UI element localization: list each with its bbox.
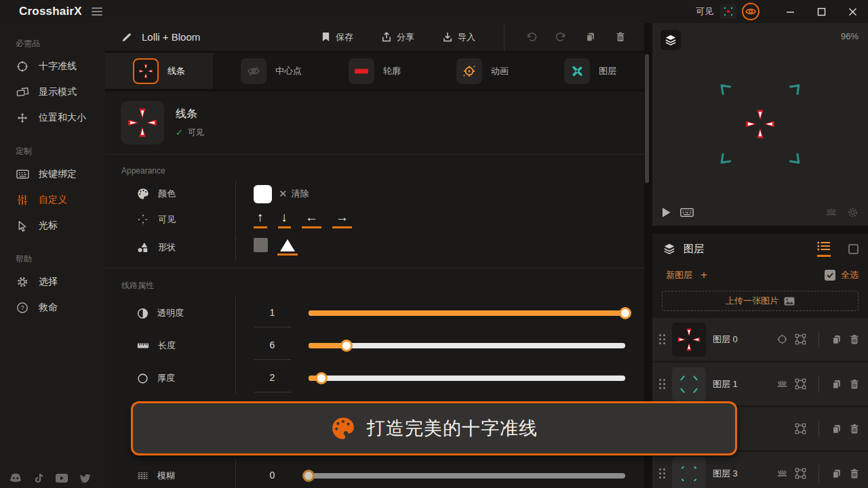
blur-slider[interactable]: [309, 473, 625, 479]
sidebar-section-help: 帮助: [0, 239, 105, 269]
import-button[interactable]: 导入: [443, 31, 475, 43]
drag-handle-icon[interactable]: [659, 468, 665, 479]
play-icon[interactable]: [662, 207, 671, 218]
scrollbar-thumb[interactable]: [645, 54, 649, 183]
preview-bloom-icon[interactable]: [825, 206, 837, 218]
delete-layer-icon[interactable]: [849, 424, 860, 434]
thickness-slider-thumb[interactable]: [315, 372, 328, 384]
sidebar-item-crosshair[interactable]: 十字准线: [0, 54, 105, 79]
twitter-icon[interactable]: [79, 472, 91, 484]
arrow-left-toggle[interactable]: ←: [302, 211, 321, 228]
tab-center-dot[interactable]: 中心点: [213, 53, 321, 89]
transform-icon[interactable]: [795, 423, 806, 434]
tab-lines[interactable]: 线条: [105, 53, 213, 89]
thickness-slider[interactable]: [309, 375, 625, 381]
save-button[interactable]: 保存: [321, 31, 353, 43]
row-divider: [818, 331, 819, 348]
select-all-label[interactable]: 全选: [841, 269, 859, 281]
sliders-icon: [16, 194, 29, 206]
mini-crosshair-icon[interactable]: [720, 4, 736, 19]
layer-row-1[interactable]: 图层 1: [652, 363, 868, 405]
share-button[interactable]: 分享: [382, 31, 414, 43]
duplicate-layer-icon[interactable]: [831, 424, 842, 434]
transform-icon[interactable]: [795, 333, 806, 345]
sidebar-item-display-mode[interactable]: 显示模式: [0, 79, 105, 105]
transform-icon[interactable]: [795, 378, 806, 390]
shape-square-option[interactable]: [254, 238, 268, 252]
new-layer-button[interactable]: 新图层: [666, 269, 692, 281]
visible-status[interactable]: ✓ 可见: [176, 127, 204, 138]
sidebar-item-help[interactable]: ? 救命: [0, 295, 105, 321]
layer-row-0[interactable]: 图层 0: [652, 318, 868, 361]
row-divider: [818, 375, 819, 393]
delete-layer-icon[interactable]: [849, 379, 860, 390]
sidebar-item-keybinds[interactable]: 按键绑定: [0, 161, 105, 187]
brand-text: Crosshair: [19, 5, 74, 18]
minimize-button[interactable]: [774, 0, 806, 23]
tab-animation[interactable]: 动画: [429, 53, 536, 89]
length-value[interactable]: 6: [254, 340, 291, 360]
length-slider-thumb[interactable]: [340, 340, 353, 352]
blur-slider-thumb[interactable]: [302, 470, 315, 482]
keyboard-test-icon[interactable]: [680, 208, 694, 217]
layer-0-thumbnail[interactable]: [672, 323, 706, 357]
transform-icon[interactable]: [795, 468, 806, 479]
thickness-value[interactable]: 2: [254, 372, 291, 392]
opacity-slider[interactable]: [309, 310, 625, 316]
grid-view-toggle[interactable]: [848, 244, 859, 254]
opacity-value[interactable]: 1: [254, 307, 291, 327]
blur-value[interactable]: 0: [254, 470, 291, 488]
opacity-slider-thumb[interactable]: [619, 307, 631, 319]
delete-layer-icon[interactable]: [849, 334, 860, 345]
duplicate-layer-icon[interactable]: [831, 379, 842, 390]
layer-3-thumbnail[interactable]: [672, 457, 706, 488]
length-slider[interactable]: [309, 343, 625, 348]
shape-triangle-option[interactable]: [277, 239, 298, 256]
drag-handle-icon[interactable]: [659, 379, 665, 389]
tiktok-icon[interactable]: [33, 472, 45, 484]
visible-arrows-row: 可见 ↑ ↓ ← →: [105, 207, 644, 232]
upload-image-button[interactable]: 上传一张图片: [662, 291, 859, 311]
bloom-settings-icon[interactable]: [776, 378, 788, 390]
select-all-checkbox[interactable]: [825, 270, 835, 281]
section-title: 线条: [176, 107, 204, 121]
add-layer-icon[interactable]: +: [701, 268, 707, 282]
profile-name-edit[interactable]: Lolli + Bloom: [105, 31, 321, 43]
list-view-toggle[interactable]: [817, 241, 831, 257]
arrow-down-toggle[interactable]: ↓: [278, 211, 292, 228]
bloom-settings-icon[interactable]: [776, 468, 788, 479]
layers-title: 图层: [684, 243, 704, 256]
delete-icon[interactable]: [609, 31, 632, 43]
sidebar-item-customize[interactable]: 自定义: [0, 187, 105, 213]
visibility-eye-icon[interactable]: [742, 3, 760, 20]
thickness-slider-row: 厚度 2: [105, 362, 644, 394]
discord-icon[interactable]: [9, 472, 22, 484]
arrow-up-toggle[interactable]: ↑: [254, 211, 267, 228]
layer-1-thumbnail[interactable]: [672, 367, 706, 401]
upload-label: 上传一张图片: [726, 295, 778, 307]
sidebar-item-cursor[interactable]: 光标: [0, 213, 105, 239]
sidebar-item-options[interactable]: 选择: [0, 269, 105, 295]
clear-color-button[interactable]: ✕ 清除: [279, 188, 309, 200]
redo-icon[interactable]: [549, 32, 572, 42]
sidebar-item-position-size[interactable]: 位置和大小: [0, 105, 105, 131]
arrow-right-toggle[interactable]: →: [332, 211, 352, 228]
duplicate-layer-icon[interactable]: [831, 334, 842, 345]
menu-icon[interactable]: [92, 7, 102, 16]
duplicate-icon[interactable]: [579, 31, 602, 43]
drag-handle-icon[interactable]: [659, 334, 665, 344]
pencil-icon: [121, 32, 132, 43]
undo-icon[interactable]: [519, 32, 542, 42]
tab-outline[interactable]: 轮廓: [321, 53, 429, 89]
delete-layer-icon[interactable]: [849, 468, 860, 479]
tab-layers[interactable]: 图层: [536, 53, 644, 89]
duplicate-layer-icon[interactable]: [831, 468, 842, 479]
crosshair-settings-icon[interactable]: [776, 333, 788, 345]
close-button[interactable]: [837, 0, 868, 23]
color-swatch-white[interactable]: [254, 185, 272, 203]
youtube-icon[interactable]: [56, 472, 68, 484]
preview-settings-icon[interactable]: [847, 207, 859, 218]
layer-row-3[interactable]: 图层 3: [652, 452, 868, 488]
preview-layers-icon[interactable]: [660, 30, 681, 50]
maximize-button[interactable]: [806, 0, 837, 23]
